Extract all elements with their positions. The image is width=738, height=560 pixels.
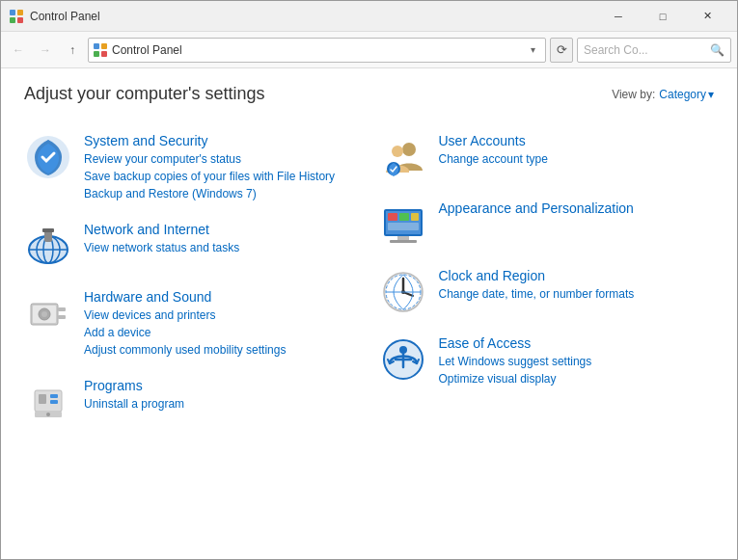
svg-rect-19 xyxy=(58,315,66,319)
svg-point-29 xyxy=(392,146,403,157)
svg-rect-5 xyxy=(101,43,107,49)
title-bar: Control Panel ─ □ ✕ xyxy=(1,1,737,32)
system-security-link-2[interactable]: Backup and Restore (Windows 7) xyxy=(84,185,360,202)
title-bar-text: Control Panel xyxy=(30,10,596,23)
svg-rect-36 xyxy=(388,223,419,230)
svg-rect-37 xyxy=(397,236,409,240)
appearance-icon xyxy=(379,200,427,249)
svg-point-21 xyxy=(41,311,47,317)
close-button[interactable]: ✕ xyxy=(685,1,729,32)
network-internet-link-0[interactable]: View network status and tasks xyxy=(84,239,360,256)
svg-rect-25 xyxy=(50,400,58,404)
appearance-content: Appearance and Personalization xyxy=(439,200,715,218)
category-ease-of-access: Ease of Access Let Windows suggest setti… xyxy=(379,326,715,397)
back-button[interactable]: ← xyxy=(7,39,30,62)
ease-of-access-content: Ease of Access Let Windows suggest setti… xyxy=(439,335,715,387)
ease-of-access-title[interactable]: Ease of Access xyxy=(439,335,715,351)
appearance-title[interactable]: Appearance and Personalization xyxy=(439,200,715,216)
search-icon[interactable]: 🔍 xyxy=(710,43,724,57)
hardware-sound-link-2[interactable]: Adjust commonly used mobility settings xyxy=(84,341,360,359)
svg-rect-6 xyxy=(94,51,99,57)
category-user-accounts: User Accounts Change account type xyxy=(379,123,715,191)
svg-point-28 xyxy=(402,143,416,156)
main-content: Adjust your computer's settings View by:… xyxy=(1,68,737,559)
maximize-button[interactable]: □ xyxy=(641,1,685,32)
svg-rect-0 xyxy=(10,10,15,15)
left-column: System and Security Review your computer… xyxy=(24,123,360,436)
category-appearance: Appearance and Personalization xyxy=(379,191,715,258)
address-bar-icon xyxy=(93,42,108,58)
app-icon xyxy=(9,9,24,24)
search-placeholder: Search Co... xyxy=(584,43,710,57)
refresh-button[interactable]: ⟳ xyxy=(550,38,573,63)
category-clock-region: Clock and Region Change date, time, or n… xyxy=(379,258,715,326)
svg-rect-4 xyxy=(94,43,99,49)
svg-rect-23 xyxy=(39,394,46,404)
right-column: User Accounts Change account type xyxy=(379,123,715,436)
view-by-control: View by: Category ▾ xyxy=(612,88,714,101)
programs-title[interactable]: Programs xyxy=(84,378,360,393)
address-bar: ← → ↑ Control Panel ▾ ⟳ Search Co... 🔍 xyxy=(1,32,737,68)
hardware-sound-title[interactable]: Hardware and Sound xyxy=(84,289,360,305)
clock-region-link-0[interactable]: Change date, time, or number formats xyxy=(439,285,715,303)
svg-rect-33 xyxy=(388,213,397,221)
svg-rect-35 xyxy=(411,213,419,221)
address-bar-input[interactable]: Control Panel ▾ xyxy=(88,38,546,63)
user-accounts-icon xyxy=(379,133,427,181)
system-security-content: System and Security Review your computer… xyxy=(84,133,360,202)
ease-of-access-icon xyxy=(379,335,427,384)
minimize-button[interactable]: ─ xyxy=(596,1,641,32)
chevron-down-icon: ▾ xyxy=(708,88,714,101)
forward-button[interactable]: → xyxy=(34,39,57,62)
programs-content: Programs Uninstall a program xyxy=(84,378,360,413)
hardware-sound-link-1[interactable]: Add a device xyxy=(84,324,360,341)
category-programs: Programs Uninstall a program xyxy=(24,368,360,436)
network-internet-content: Network and Internet View network status… xyxy=(84,222,360,256)
ease-of-access-link-1[interactable]: Optimize visual display xyxy=(439,370,715,387)
svg-rect-2 xyxy=(10,17,15,23)
programs-icon xyxy=(24,378,72,426)
title-bar-controls: ─ □ ✕ xyxy=(596,1,729,32)
svg-point-27 xyxy=(46,413,50,416)
view-by-label: View by: xyxy=(612,88,655,101)
user-accounts-link-0[interactable]: Change account type xyxy=(439,150,715,168)
svg-rect-34 xyxy=(399,213,409,221)
hardware-sound-icon xyxy=(24,289,72,337)
svg-rect-7 xyxy=(101,51,107,57)
hardware-sound-link-0[interactable]: View devices and printers xyxy=(84,307,360,324)
system-security-icon xyxy=(24,133,72,181)
view-by-dropdown[interactable]: Category ▾ xyxy=(659,88,714,101)
network-internet-title[interactable]: Network and Internet xyxy=(84,222,360,237)
categories-grid: System and Security Review your computer… xyxy=(24,123,714,436)
ease-of-access-link-0[interactable]: Let Windows suggest settings xyxy=(439,353,715,370)
svg-rect-3 xyxy=(17,17,23,23)
category-network-internet: Network and Internet View network status… xyxy=(24,212,360,280)
svg-rect-1 xyxy=(17,10,23,15)
hardware-sound-content: Hardware and Sound View devices and prin… xyxy=(84,289,360,359)
system-security-link-1[interactable]: Save backup copies of your files with Fi… xyxy=(84,168,360,185)
user-accounts-content: User Accounts Change account type xyxy=(439,133,715,168)
svg-rect-38 xyxy=(390,240,417,243)
category-system-security: System and Security Review your computer… xyxy=(24,123,360,212)
page-header: Adjust your computer's settings View by:… xyxy=(24,84,714,104)
up-button[interactable]: ↑ xyxy=(61,39,84,62)
network-internet-icon xyxy=(24,222,72,270)
clock-region-title[interactable]: Clock and Region xyxy=(439,268,715,283)
svg-rect-15 xyxy=(42,228,54,232)
svg-rect-24 xyxy=(50,394,58,398)
programs-link-0[interactable]: Uninstall a program xyxy=(84,395,360,413)
address-text: Control Panel xyxy=(112,43,524,57)
system-security-link-0[interactable]: Review your computer's status xyxy=(84,150,360,168)
category-hardware-sound: Hardware and Sound View devices and prin… xyxy=(24,280,360,368)
page-title: Adjust your computer's settings xyxy=(24,84,265,104)
system-security-title[interactable]: System and Security xyxy=(84,133,360,148)
clock-region-icon xyxy=(379,268,427,316)
clock-region-content: Clock and Region Change date, time, or n… xyxy=(439,268,715,303)
user-accounts-title[interactable]: User Accounts xyxy=(439,133,715,148)
address-dropdown-icon[interactable]: ▾ xyxy=(524,39,541,62)
search-box[interactable]: Search Co... 🔍 xyxy=(577,38,731,63)
svg-rect-18 xyxy=(58,307,66,311)
